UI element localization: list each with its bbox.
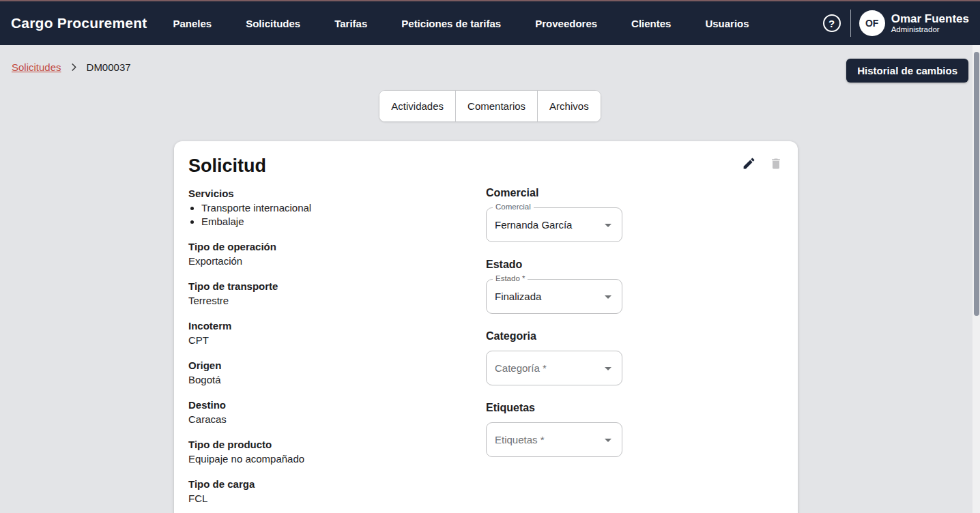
detail-field-destino: DestinoCaracas xyxy=(188,398,486,426)
detail-value: Equipaje no acompañado xyxy=(188,452,486,466)
tab-actividades[interactable]: Actividades xyxy=(379,91,455,121)
detail-field-tipo-de-transporte: Tipo de transporteTerrestre xyxy=(188,280,486,308)
select-placeholder: Etiquetas * xyxy=(495,434,600,445)
detail-bullet-item: Transporte internacional xyxy=(201,201,486,215)
solicitud-card: Solicitud ServiciosTransporte internacio… xyxy=(174,141,798,513)
detail-label: Tipo de carga xyxy=(188,478,486,491)
nav-items: PanelesSolicitudesTarifasPeticiones de t… xyxy=(173,18,822,29)
select-value: Finalizada xyxy=(495,291,600,302)
breadcrumb: Solicitudes DM00037 xyxy=(0,45,980,73)
dropdown-caret-icon xyxy=(600,360,616,377)
nav-item-peticiones-de-tarifas[interactable]: Peticiones de tarifas xyxy=(401,18,501,29)
tabs-row: ActividadesComentariosArchivos xyxy=(0,90,980,122)
select-estado[interactable]: Estado *Finalizada xyxy=(486,279,622,314)
card-title: Solicitud xyxy=(188,155,266,177)
detail-field-tipo-de-carga: Tipo de cargaFCL xyxy=(188,478,486,505)
form-list: ComercialComercialFernanda GarcíaEstadoE… xyxy=(486,187,783,513)
select-comercial[interactable]: ComercialFernanda García xyxy=(486,207,622,242)
form-section-heading: Comercial xyxy=(486,187,783,199)
detail-value: Caracas xyxy=(188,413,486,426)
history-of-changes-button[interactable]: Historial de cambios xyxy=(846,59,968,83)
detail-label: Tipo de producto xyxy=(188,438,486,452)
form-group-etiquetas: EtiquetasEtiquetas * xyxy=(486,402,783,457)
detail-list: ServiciosTransporte internacionalEmbalaj… xyxy=(188,187,486,513)
detail-bullet-list: Transporte internacionalEmbalaje xyxy=(188,201,486,229)
dropdown-caret-icon xyxy=(600,217,616,233)
nav-item-paneles[interactable]: Paneles xyxy=(173,18,212,29)
dropdown-caret-icon xyxy=(600,432,616,448)
dropdown-caret-icon xyxy=(600,289,616,305)
select-placeholder: Categoría * xyxy=(495,362,600,374)
tab-archivos[interactable]: Archivos xyxy=(537,91,601,121)
detail-value: CPT xyxy=(188,334,486,347)
detail-value: Bogotá xyxy=(188,373,486,387)
card-columns: ServiciosTransporte internacionalEmbalaj… xyxy=(188,187,783,513)
detail-field-incoterm: IncotermCPT xyxy=(188,319,486,347)
detail-label: Tipo de operación xyxy=(188,240,486,254)
breadcrumb-current: DM00037 xyxy=(87,61,131,73)
card-header: Solicitud xyxy=(188,155,783,177)
detail-field-servicios: ServiciosTransporte internacionalEmbalaj… xyxy=(188,187,486,229)
detail-field-tipo-de-producto: Tipo de productoEquipaje no acompañado xyxy=(188,438,486,466)
nav-right: OF Omar Fuentes Administrador xyxy=(823,10,969,37)
detail-value: FCL xyxy=(188,492,486,505)
form-group-categoria: CategoriaCategoría * xyxy=(486,330,783,385)
nav-item-solicitudes[interactable]: Solicitudes xyxy=(246,18,300,29)
detail-field-tipo-de-operacion: Tipo de operaciónExportación xyxy=(188,240,486,268)
user-name: Omar Fuentes xyxy=(891,13,969,25)
detail-bullet-item: Embalaje xyxy=(201,215,486,229)
user-menu[interactable]: Omar Fuentes Administrador xyxy=(891,13,969,33)
form-group-comercial: ComercialComercialFernanda García xyxy=(486,187,783,242)
detail-label: Origen xyxy=(188,359,486,372)
detail-field-origen: OrigenBogotá xyxy=(188,359,486,387)
select-categoria[interactable]: Categoría * xyxy=(486,351,622,385)
chevron-right-icon xyxy=(69,62,79,72)
nav-divider xyxy=(850,10,851,37)
top-navbar: Cargo Procurement PanelesSolicitudesTari… xyxy=(0,1,980,45)
app-brand: Cargo Procurement xyxy=(11,15,147,31)
nav-item-usuarios[interactable]: Usuarios xyxy=(705,18,749,29)
nav-item-tarifas[interactable]: Tarifas xyxy=(334,18,367,29)
card-actions xyxy=(742,155,783,171)
detail-value: Exportación xyxy=(188,254,486,268)
select-floating-label: Comercial xyxy=(493,203,534,211)
detail-label: Destino xyxy=(188,398,486,412)
edit-pencil-icon[interactable] xyxy=(742,156,756,171)
select-value: Fernanda García xyxy=(495,219,600,231)
help-icon[interactable] xyxy=(823,14,841,32)
detail-label: Incoterm xyxy=(188,319,486,333)
nav-item-proveedores[interactable]: Proveedores xyxy=(535,18,597,29)
detail-label: Servicios xyxy=(188,187,486,201)
breadcrumb-link-solicitudes[interactable]: Solicitudes xyxy=(12,61,61,73)
trash-icon[interactable] xyxy=(769,157,783,171)
tab-comentarios[interactable]: Comentarios xyxy=(455,91,537,121)
detail-value: Terrestre xyxy=(188,294,486,308)
form-section-heading: Categoria xyxy=(486,330,783,342)
form-section-heading: Etiquetas xyxy=(486,402,783,414)
nav-item-clientes[interactable]: Clientes xyxy=(631,18,671,29)
detail-label: Tipo de transporte xyxy=(188,280,486,293)
user-role: Administrador xyxy=(891,25,969,33)
select-floating-label: Estado * xyxy=(493,274,528,282)
form-group-estado: EstadoEstado *Finalizada xyxy=(486,259,783,314)
scrollbar-thumb[interactable] xyxy=(974,52,979,316)
form-section-heading: Estado xyxy=(486,259,783,271)
select-etiquetas[interactable]: Etiquetas * xyxy=(486,422,622,457)
tab-group: ActividadesComentariosArchivos xyxy=(379,90,601,122)
avatar[interactable]: OF xyxy=(859,10,885,36)
